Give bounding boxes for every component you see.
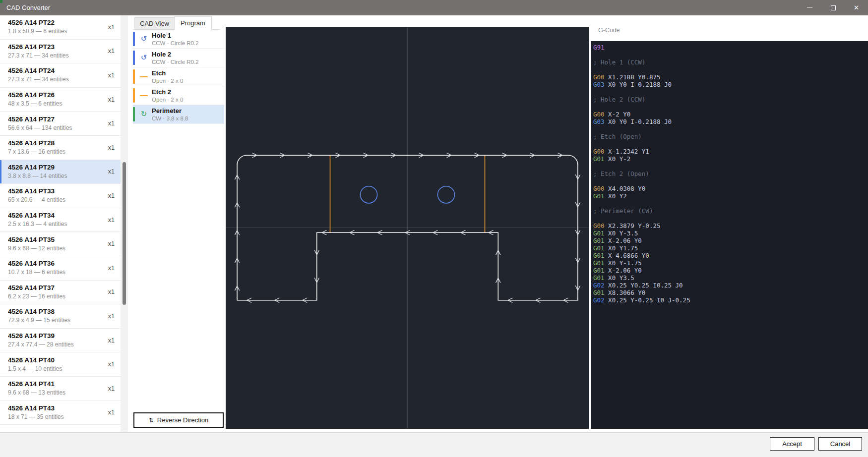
part-dims: 1.8 x 50.9 — 6 entities bbox=[8, 28, 104, 35]
cad-canvas[interactable] bbox=[226, 27, 589, 429]
operations-list: ↺Hole 1CCW · Circle R0.2↺Hole 2CCW · Cir… bbox=[133, 30, 224, 124]
etch-line-icon bbox=[138, 73, 150, 80]
part-list-item[interactable]: 4526 A14 PT2756.6 x 64 — 134 entitiesx1 bbox=[0, 112, 121, 136]
gcode-line: G01 X-4.6866 Y0 bbox=[593, 252, 868, 259]
part-list-item[interactable]: 4526 A14 PT2648 x 3.5 — 6 entitiesx1 bbox=[0, 88, 121, 112]
part-list-item[interactable]: 4526 A14 PT3365 x 20.6 — 4 entitiesx1 bbox=[0, 184, 121, 208]
part-list-item[interactable]: 4526 A14 PT4318 x 71 — 35 entitiesx1 bbox=[0, 401, 121, 425]
gcode-line: G00 X2.3879 Y-0.25 bbox=[593, 222, 868, 229]
reverse-direction-button[interactable]: ⇅ Reverse Direction bbox=[133, 412, 224, 428]
gcode-line: G01 X0 Y1.75 bbox=[593, 244, 868, 252]
part-list-item[interactable]: 4526 A14 PT2327.3 x 71 — 34 entitiesx1 bbox=[0, 40, 121, 64]
minimize-button[interactable] bbox=[798, 0, 821, 15]
gcode-line bbox=[593, 125, 868, 133]
part-name: 4526 A14 PT33 bbox=[8, 187, 104, 195]
hole-circle bbox=[360, 186, 377, 203]
gcode-line bbox=[593, 51, 868, 58]
ccw-arrow-icon: ↺ bbox=[138, 54, 150, 61]
maximize-icon bbox=[831, 5, 836, 10]
operation-item[interactable]: EtchOpen · 2 x 0 bbox=[133, 67, 224, 86]
part-dims: 18 x 71 — 35 entities bbox=[8, 413, 104, 421]
part-info: 4526 A14 PT293.8 x 8.8 — 14 entities bbox=[8, 164, 104, 180]
program-panel: CAD ViewProgram ↺Hole 1CCW · Circle R0.2… bbox=[128, 15, 226, 429]
part-dims: 9.6 x 68 — 13 entities bbox=[8, 389, 104, 397]
part-quantity: x1 bbox=[108, 337, 115, 344]
part-name: 4526 A14 PT24 bbox=[8, 67, 104, 75]
gcode-line bbox=[593, 66, 868, 73]
close-button[interactable]: ✕ bbox=[845, 0, 868, 15]
gcode-line: G01 X0 Y-2 bbox=[593, 155, 868, 163]
part-list-item[interactable]: 4526 A14 PT342.5 x 16.3 — 4 entitiesx1 bbox=[0, 208, 121, 232]
part-list-item[interactable]: 4526 A14 PT221.8 x 50.9 — 6 entitiesx1 bbox=[0, 15, 121, 40]
part-dims: 27.4 x 77.4 — 28 entities bbox=[8, 341, 104, 348]
part-name: 4526 A14 PT37 bbox=[8, 284, 104, 292]
part-info: 4526 A14 PT3872.9 x 4.9 — 15 entities bbox=[8, 308, 104, 324]
gcode-line: ; Perimeter (CW) bbox=[593, 207, 868, 215]
part-name: 4526 A14 PT38 bbox=[8, 308, 104, 316]
minimize-icon bbox=[807, 7, 812, 8]
reverse-direction-label: Reverse Direction bbox=[157, 416, 208, 424]
part-list-item[interactable]: 4526 A14 PT3927.4 x 77.4 — 28 entitiesx1 bbox=[0, 329, 121, 353]
operation-item[interactable]: Etch 2Open · 2 x 0 bbox=[133, 86, 224, 105]
part-name: 4526 A14 PT26 bbox=[8, 91, 104, 99]
part-quantity: x1 bbox=[108, 24, 115, 31]
part-list-item[interactable]: 4526 A14 PT44x1 bbox=[0, 425, 121, 432]
gcode-line: G00 X4.0308 Y0 bbox=[593, 185, 868, 192]
operation-name: Etch 2 bbox=[152, 88, 183, 96]
accept-button[interactable]: Accept bbox=[770, 437, 814, 451]
part-quantity: x1 bbox=[108, 217, 115, 224]
gcode-line bbox=[593, 215, 868, 222]
operation-item[interactable]: ↻PerimeterCW · 3.8 x 8.8 bbox=[133, 105, 224, 124]
etch-line-icon bbox=[138, 92, 150, 99]
part-info: 4526 A14 PT359.6 x 68 — 12 entities bbox=[8, 236, 104, 252]
cancel-button[interactable]: Cancel bbox=[818, 437, 862, 451]
gcode-line: ; Etch 2 (Open) bbox=[593, 170, 868, 177]
part-info: 4526 A14 PT401.5 x 4 — 10 entities bbox=[8, 356, 104, 373]
etch-line-glyph bbox=[140, 95, 148, 96]
part-list-item[interactable]: 4526 A14 PT359.6 x 68 — 12 entitiesx1 bbox=[0, 232, 121, 256]
operation-text: Hole 2CCW · Circle R0.2 bbox=[152, 51, 199, 65]
tab-program[interactable]: Program bbox=[174, 16, 212, 30]
part-list-item[interactable]: 4526 A14 PT2427.3 x 71 — 34 entitiesx1 bbox=[0, 63, 121, 88]
gcode-line: G01 X0 Y3.5 bbox=[593, 274, 868, 282]
operation-item[interactable]: ↺Hole 2CCW · Circle R0.2 bbox=[133, 49, 224, 67]
part-list-item[interactable]: 4526 A14 PT287 x 13.6 — 16 entitiesx1 bbox=[0, 136, 121, 160]
part-list-item[interactable]: 4526 A14 PT3872.9 x 4.9 — 15 entitiesx1 bbox=[0, 304, 121, 329]
operation-text: EtchOpen · 2 x 0 bbox=[152, 69, 183, 84]
gcode-line bbox=[593, 88, 868, 96]
part-info: 4526 A14 PT2427.3 x 71 — 34 entities bbox=[8, 67, 104, 83]
part-quantity: x1 bbox=[108, 385, 115, 392]
part-quantity: x1 bbox=[108, 313, 115, 320]
gcode-line: G01 X0 Y-1.75 bbox=[593, 259, 868, 267]
scrollbar-thumb[interactable] bbox=[123, 162, 126, 305]
part-info: 4526 A14 PT419.6 x 68 — 13 entities bbox=[8, 380, 104, 397]
gcode-title: G-Code bbox=[598, 27, 620, 34]
tab-cad-view[interactable]: CAD View bbox=[134, 17, 175, 30]
gcode-line: G00 X-2 Y0 bbox=[593, 111, 868, 118]
cw-arrow-icon: ↻ bbox=[138, 111, 150, 118]
part-list-item[interactable]: 4526 A14 PT3610.7 x 18 — 6 entitiesx1 bbox=[0, 256, 121, 281]
gcode-line: ; Etch (Open) bbox=[593, 133, 868, 140]
gcode-line bbox=[593, 163, 868, 170]
part-dims: 2.5 x 16.3 — 4 entities bbox=[8, 221, 104, 228]
operation-detail: Open · 2 x 0 bbox=[152, 96, 183, 103]
operation-item[interactable]: ↺Hole 1CCW · Circle R0.2 bbox=[133, 30, 224, 49]
window-title: CAD Converter bbox=[6, 4, 50, 11]
parts-list-scrollbar[interactable] bbox=[121, 15, 128, 432]
part-list-item[interactable]: 4526 A14 PT376.2 x 23 — 16 entitiesx1 bbox=[0, 281, 121, 305]
part-info: 4526 A14 PT376.2 x 23 — 16 entities bbox=[8, 284, 104, 300]
gcode-line: ; Hole 2 (CCW) bbox=[593, 96, 868, 103]
part-list-item[interactable]: 4526 A14 PT293.8 x 8.8 — 14 entitiesx1 bbox=[0, 160, 121, 184]
corner-accent bbox=[0, 0, 2, 3]
part-list-item[interactable]: 4526 A14 PT401.5 x 4 — 10 entitiesx1 bbox=[0, 352, 121, 377]
part-quantity: x1 bbox=[108, 192, 115, 199]
maximize-button[interactable] bbox=[821, 0, 845, 15]
part-list-item[interactable]: 4526 A14 PT419.6 x 68 — 13 entitiesx1 bbox=[0, 377, 121, 401]
operation-name: Etch bbox=[152, 69, 183, 77]
operation-accent-bar bbox=[133, 32, 135, 46]
gcode-line: G00 X1.2188 Y0.875 bbox=[593, 73, 868, 81]
toolpath-drawing bbox=[226, 27, 589, 429]
gcode-text[interactable]: G91 ; Hole 1 (CCW) G00 X1.2188 Y0.875G03… bbox=[591, 41, 868, 429]
gcode-panel: G-Code G91 ; Hole 1 (CCW) G00 X1.2188 Y0… bbox=[591, 15, 868, 432]
gcode-line bbox=[593, 103, 868, 111]
